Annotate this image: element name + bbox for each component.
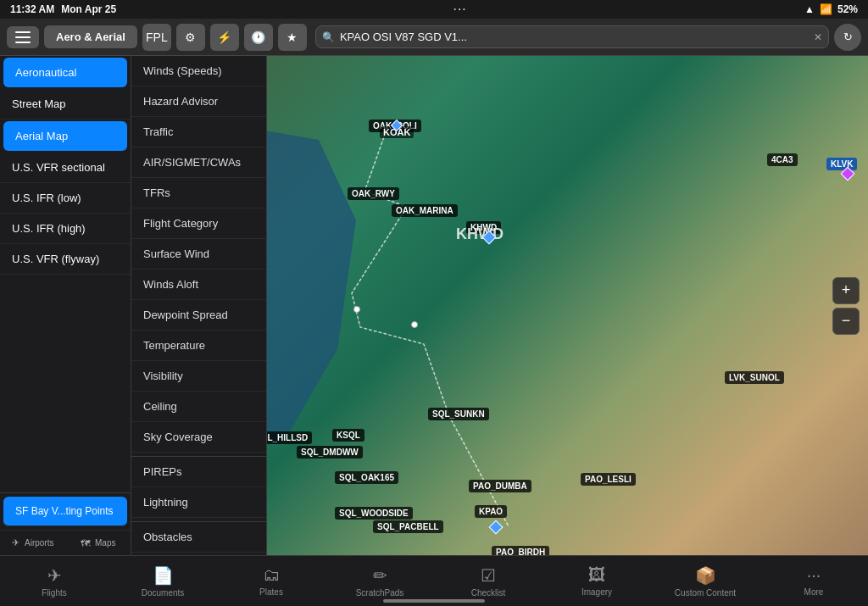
zoom-in-button[interactable]: + [832,277,860,304]
dropdown-pireps[interactable]: PIREPs [131,456,266,487]
label-kpao: KPAO [475,505,507,518]
label-ksql: KSQL [332,429,364,442]
sidebar: Aeronautical Street Map Aerial Map U.S. … [0,56,131,555]
tab-custom-content[interactable]: 📦 Custom Content [651,562,760,601]
dropdown-dewpoint-spread[interactable]: Dewpoint Spread [131,300,266,331]
label-sql-pacbell: SQL_PACBELL [373,520,443,533]
imagery-icon: 🖼 [588,565,605,585]
tab-documents[interactable]: 📄 Documents [108,562,217,601]
checklist-icon: ☑ [481,565,496,586]
fpl-button[interactable]: FPL [142,24,171,51]
toolbar: Aero & Aerial FPL ⚙ ⚡ 🕐 ★ 🔍 ✕ ↻ [0,19,868,56]
label-pao-lesli: PAO_LESLI [581,473,636,486]
label-lvk-sunol: LVK_SUNOL [725,371,784,384]
waypoint-dot-2 [353,306,360,313]
settings-button[interactable]: ⚙ [176,24,205,51]
tab-plates[interactable]: 🗂 Plates [217,562,326,600]
tab-bar: ✈ Flights 📄 Documents 🗂 Plates ✏ Scratch… [0,555,868,606]
sidebar-item-street-map[interactable]: Street Map [0,89,131,120]
svg-rect-0 [15,31,31,33]
flights-label: Flights [42,588,66,598]
search-bar: 🔍 ✕ [315,25,829,48]
favorites-button[interactable]: ★ [278,24,307,51]
sidebar-item-us-ifr-low[interactable]: U.S. IFR (low) [0,183,131,214]
map-type-button[interactable]: Aero & Aerial [44,25,137,48]
tab-scratchpads[interactable]: ✏ ScratchPads [326,562,434,601]
sidebar-item-us-vfr-sectional[interactable]: U.S. VFR sectional [0,153,131,183]
sidebar-bottom-maps[interactable]: 🗺 Maps [65,531,131,555]
label-sql-sunkn: SQL_SUNKN [428,408,489,420]
zoom-out-button[interactable]: − [832,308,860,335]
signal-icon: ▲ [804,3,815,15]
sidebar-item-us-vfr-flyway[interactable]: U.S. VFR (flyway) [0,244,131,275]
airport-kpao-diamond[interactable] [489,520,504,535]
tab-flights[interactable]: ✈ Flights [0,562,108,601]
status-time: 11:32 AM [10,3,54,15]
plates-icon: 🗂 [263,565,280,585]
wifi-icon: 📶 [820,3,832,15]
dropdown-tfrs[interactable]: TFRs [131,178,266,208]
search-icon: 🔍 [322,31,335,43]
sidebar-item-us-ifr-high[interactable]: U.S. IFR (high) [0,214,131,244]
label-sql-dmdww: SQL_DMDWW [297,446,363,459]
imagery-label: Imagery [581,587,612,597]
label-oak-rwy: OAK_RWY [348,187,399,200]
label-klvk: KLVK [826,158,857,170]
sidebar-item-aeronautical[interactable]: Aeronautical [3,58,127,87]
tab-imagery[interactable]: 🖼 Imagery [542,562,651,600]
clock-button[interactable]: 🕐 [244,24,273,51]
label-4ca3: 4CA3 [767,153,798,166]
dropdown-winds-speeds[interactable]: Winds (Speeds) [131,56,266,86]
scratchpads-label: ScratchPads [356,588,404,598]
sidebar-item-sf-bay[interactable]: SF Bay V...ting Points [3,497,127,526]
dropdown-panel: Winds (Speeds) Hazard Advisor Traffic AI… [131,56,267,555]
more-label: More [804,587,824,597]
dropdown-sky-coverage[interactable]: Sky Coverage [131,422,266,453]
dropdown-visibility[interactable]: Visibility [131,361,266,392]
status-date: Mon Apr 25 [61,3,116,15]
airports-label: Airports [25,538,53,548]
label-sql-woodside: SQL_WOODSIDE [335,507,413,520]
label-khwd: KHWD [466,221,501,234]
scratchpads-icon: ✏ [373,565,387,586]
documents-label: Documents [142,588,185,598]
label-pao-dumba: PAO_DUMBA [469,480,531,492]
refresh-button[interactable]: ↻ [834,24,861,51]
search-input[interactable] [315,25,829,48]
dropdown-air-sigmet[interactable]: AIR/SIGMET/CWAs [131,147,266,178]
battery-status: 52% [837,3,858,15]
label-sql-oak165: SQL_OAK165 [335,471,398,484]
tab-checklist[interactable]: ☑ Checklist [434,562,542,601]
dropdown-ceiling[interactable]: Ceiling [131,392,266,422]
documents-icon: 📄 [153,565,174,586]
dropdown-obstacles[interactable]: Obstacles [131,521,266,553]
search-clear-button[interactable]: ✕ [814,31,822,43]
airport-koak[interactable]: KOAK [380,126,414,138]
home-indicator [383,599,485,603]
sidebar-bottom-airports[interactable]: ✈ Airports [0,531,65,555]
sidebar-item-aerial-map[interactable]: Aerial Map [3,121,127,151]
dropdown-winds-aloft[interactable]: Winds Aloft [131,270,266,300]
tab-more[interactable]: ··· More [760,562,868,600]
dropdown-flight-category[interactable]: Flight Category [131,208,266,239]
label-pao-birdh: PAO_BIRDH [492,546,549,555]
waypoint-dot-1 [411,321,418,328]
zoom-controls: + − [832,277,860,335]
status-bar: 11:32 AM Mon Apr 25 ··· ▲ 📶 52% [0,0,868,19]
layers-button[interactable] [7,26,39,48]
dropdown-lightning[interactable]: Lightning [131,487,266,518]
label-oak-marina: OAK_MARINA [392,204,458,217]
dropdown-traffic[interactable]: Traffic [131,117,266,147]
airport-icon: ✈ [12,537,19,548]
checklist-label: Checklist [471,588,506,598]
dropdown-hazard-advisor[interactable]: Hazard Advisor [131,86,266,117]
svg-rect-2 [15,42,31,43]
filter-button[interactable]: ⚡ [210,24,239,51]
status-dots: ··· [453,3,467,15]
svg-rect-1 [15,36,31,38]
dropdown-temperature[interactable]: Temperature [131,331,266,361]
more-icon: ··· [807,565,821,585]
dropdown-surface-wind[interactable]: Surface Wind [131,239,266,270]
maps-label: Maps [95,538,115,548]
plates-label: Plates [259,587,283,597]
